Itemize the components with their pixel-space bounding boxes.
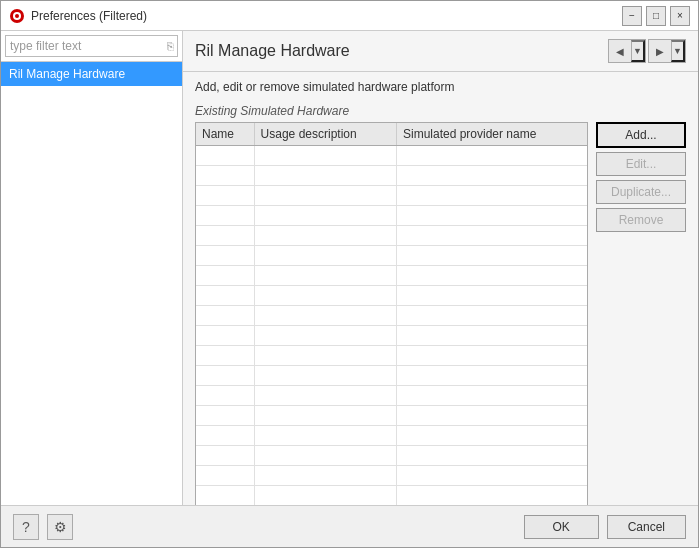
nav-back-dropdown[interactable]: ▼ <box>631 40 645 62</box>
nav-forward-button[interactable]: ▶ <box>649 40 671 62</box>
remove-button[interactable]: Remove <box>596 208 686 232</box>
nav-back-button[interactable]: ◀ <box>609 40 631 62</box>
nav-arrows: ◀ ▼ ▶ ▼ <box>608 39 686 63</box>
help-button[interactable]: ? <box>13 514 39 540</box>
nav-forward-dropdown[interactable]: ▼ <box>671 40 685 62</box>
right-panel: Ril Manage Hardware ◀ ▼ ▶ ▼ Add, edit or… <box>183 31 698 505</box>
filter-clear-icon[interactable]: ⎘ <box>167 40 174 52</box>
window-title: Preferences (Filtered) <box>31 9 622 23</box>
bottom-right: OK Cancel <box>524 515 686 539</box>
table-and-buttons: Name Usage description Simulated provide… <box>195 122 686 505</box>
table-row <box>196 466 587 486</box>
settings-button[interactable]: ⚙ <box>47 514 73 540</box>
title-bar: Preferences (Filtered) − □ × <box>1 1 698 31</box>
sidebar-item-ril-manage-hardware[interactable]: Ril Manage Hardware <box>1 62 182 86</box>
col-name: Name <box>196 123 254 146</box>
app-icon <box>9 8 25 24</box>
sidebar: ⎘ Ril Manage Hardware <box>1 31 183 505</box>
table-row <box>196 166 587 186</box>
table-row <box>196 486 587 506</box>
svg-point-2 <box>15 14 19 18</box>
table-row <box>196 326 587 346</box>
panel-body: Add, edit or remove simulated hardware p… <box>183 72 698 505</box>
minimize-button[interactable]: − <box>622 6 642 26</box>
close-button[interactable]: × <box>670 6 690 26</box>
panel-description: Add, edit or remove simulated hardware p… <box>195 80 686 94</box>
nav-back-group: ◀ ▼ <box>608 39 646 63</box>
table-row <box>196 266 587 286</box>
bottom-left: ? ⚙ <box>13 514 73 540</box>
table-row <box>196 186 587 206</box>
ok-button[interactable]: OK <box>524 515 599 539</box>
table-action-buttons: Add... Edit... Duplicate... Remove <box>596 122 686 505</box>
table-row <box>196 146 587 166</box>
nav-forward-group: ▶ ▼ <box>648 39 686 63</box>
table-row <box>196 406 587 426</box>
cancel-button[interactable]: Cancel <box>607 515 686 539</box>
maximize-button[interactable]: □ <box>646 6 666 26</box>
panel-header: Ril Manage Hardware ◀ ▼ ▶ ▼ <box>183 31 698 72</box>
bottom-bar: ? ⚙ OK Cancel <box>1 505 698 547</box>
table-row <box>196 386 587 406</box>
main-content: ⎘ Ril Manage Hardware Ril Manage Hardwar… <box>1 31 698 505</box>
table-row <box>196 346 587 366</box>
table-row <box>196 366 587 386</box>
col-provider: Simulated provider name <box>396 123 587 146</box>
window-controls: − □ × <box>622 6 690 26</box>
add-button[interactable]: Add... <box>596 122 686 148</box>
col-usage: Usage description <box>254 123 396 146</box>
section-label: Existing Simulated Hardware <box>195 104 686 118</box>
table-body <box>196 146 587 506</box>
panel-title: Ril Manage Hardware <box>195 42 350 60</box>
duplicate-button[interactable]: Duplicate... <box>596 180 686 204</box>
table-row <box>196 426 587 446</box>
table-row <box>196 286 587 306</box>
filter-input[interactable] <box>5 35 178 57</box>
table-row <box>196 306 587 326</box>
table-row <box>196 206 587 226</box>
table-row <box>196 226 587 246</box>
hardware-table: Name Usage description Simulated provide… <box>196 123 587 505</box>
table-row <box>196 446 587 466</box>
filter-box: ⎘ <box>1 31 182 62</box>
table-row <box>196 246 587 266</box>
hardware-table-container: Name Usage description Simulated provide… <box>195 122 588 505</box>
edit-button[interactable]: Edit... <box>596 152 686 176</box>
table-header-row: Name Usage description Simulated provide… <box>196 123 587 146</box>
sidebar-items: Ril Manage Hardware <box>1 62 182 505</box>
